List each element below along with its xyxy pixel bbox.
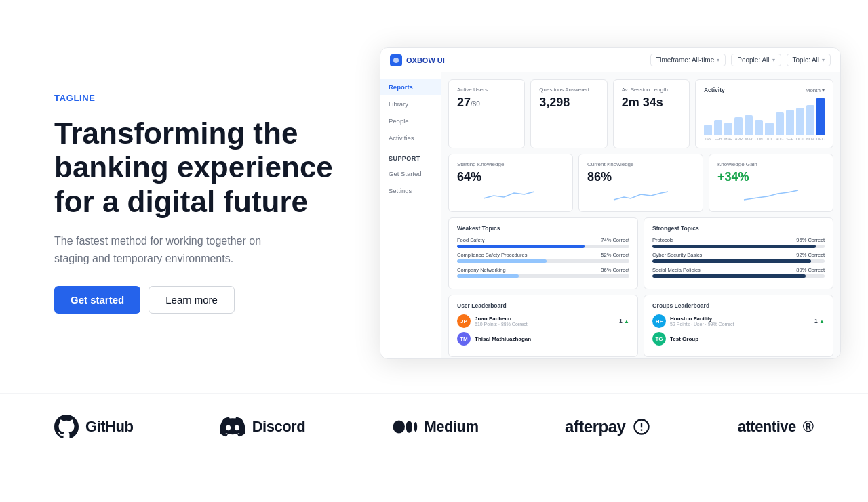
svg-point-1 [393,421,404,434]
chart-bar [816,98,825,135]
chevron-down-icon: ▾ [717,57,719,63]
discord-icon [220,414,245,440]
topic-pct: 95% Correct [796,237,825,243]
chart-label: OCT [796,137,804,141]
people-filter[interactable]: People: All ▾ [731,54,781,66]
bar-item-header: Protocols 95% Correct [652,237,825,243]
weakest-topics-title: Weakest Topics [457,225,629,232]
current-knowledge-chart [587,184,694,205]
tagline: TAGLINE [54,93,339,103]
dashboard-main: Reports Library People Activities Suppor… [380,72,840,358]
sidebar-item-people[interactable]: People [380,113,441,129]
chart-label: JUL [766,137,774,141]
lb-sub: 610 Points · 88% Correct [475,322,528,327]
starting-knowledge-label: Starting Knowledge [457,161,564,167]
topic-pct: 92% Correct [796,252,825,258]
learn-more-button[interactable]: Learn more [149,286,235,314]
chart-label: MAY [745,137,753,141]
chart-label: JUN [755,137,763,141]
sidebar-item-activities[interactable]: Activities [380,130,441,146]
chart-label: NOV [806,137,814,141]
list-item: JP Juan Pacheco 610 Points · 88% Correct… [457,314,629,328]
chart-label: DEC [816,137,825,141]
dashboard-content: Active Users 27/80 Questions Answered 3,… [441,72,840,358]
chart-bar [796,108,804,135]
github-logo: GitHub [54,415,133,439]
user-leaderboard-card: User Leaderboard JP Juan Pacheco 610 Poi… [448,295,638,357]
hero-left: TAGLINE Transforming the banking experie… [54,93,339,314]
sidebar-item-get-started[interactable]: Get Started [380,166,441,182]
medium-icon [392,414,418,440]
session-length-value: 2m 34s [622,96,681,110]
bar-fill [457,274,519,278]
discord-logo: Discord [220,414,305,440]
hero-right: OXBOW UI Timeframe: All-time ▾ People: A… [380,47,841,359]
github-label: GitHub [85,418,133,436]
lb-name: Thisal Mathiuazhagan [475,336,531,342]
starting-knowledge-chart [457,184,564,205]
strongest-topics-card: Strongest Topics Protocols 95% Correct [644,217,833,289]
chart-label: JAN [704,137,712,141]
logo-icon [390,54,402,66]
sidebar-item-library[interactable]: Library [380,96,441,112]
up-arrow-icon: ▲ [819,318,825,325]
sidebar-item-reports[interactable]: Reports [380,79,441,95]
chart-label: AUG [776,137,784,141]
starting-knowledge-card: Starting Knowledge 64% [448,154,573,212]
chart-bar [745,115,753,135]
attentive-logo: attentive® [738,418,814,436]
list-item: TM Thisal Mathiuazhagan [457,332,629,346]
active-users-card: Active Users 27/80 [448,79,525,148]
avatar: TG [652,332,666,346]
list-item: HF Houston Facility 52 Points · User · 9… [652,314,825,328]
bar-item: Company Networking 36% Correct [457,267,629,278]
sidebar-item-settings[interactable]: Settings [380,183,441,198]
weakest-topics-card: Weakest Topics Food Safety 74% Correct [448,217,638,289]
bar-item-header: Company Networking 36% Correct [457,267,629,273]
chart-bar [704,125,712,135]
medium-label: Medium [425,418,479,436]
attentive-label: attentive [738,418,796,436]
hero-section: TAGLINE Transforming the banking experie… [0,0,868,393]
hero-subtitle: The fastest method for working together … [54,232,285,267]
hero-title: Transforming the banking experience for … [54,117,339,219]
groups-leaderboard-card: Groups Leaderboard HF Houston Facility 5… [644,295,833,357]
chart-bar [724,123,732,135]
svg-point-2 [406,421,412,432]
chart-labels: JANFEBMARAPRMAYJUNJULAUGSEPOCTNOVDEC [704,137,825,141]
user-leaderboard-title: User Leaderboard [457,302,629,309]
activity-filter[interactable]: Month ▾ [806,87,825,93]
dashboard-logo: OXBOW UI [390,54,445,66]
bar-track [652,245,825,248]
chart-bar [755,120,763,135]
lb-sub: 52 Points · User · 99% Correct [670,322,734,327]
bar-item-header: Compliance Safety Procedures 52% Correct [457,252,629,258]
strongest-topics-title: Strongest Topics [652,225,825,232]
bar-fill [652,259,811,263]
lb-name: Test Group [670,336,698,342]
dashboard-sidebar: Reports Library People Activities Suppor… [380,72,441,358]
afterpay-logo: afterpay [565,417,651,436]
current-knowledge-card: Current Knowledge 86% [578,154,703,212]
current-knowledge-label: Current Knowledge [587,161,694,167]
topic-name: Compliance Safety Procedures [457,252,527,258]
avatar: TM [457,332,471,346]
bar-track [457,245,629,248]
chart-bar [734,117,743,135]
bar-fill [457,259,547,263]
session-length-label: Av. Session Length [622,87,681,93]
topic-filter[interactable]: Topic: All ▾ [787,54,831,66]
get-started-button[interactable]: Get started [54,286,140,314]
chart-bar [714,120,722,135]
active-users-label: Active Users [457,87,516,93]
bar-track [652,274,825,278]
timeframe-filter[interactable]: Timeframe: All-time ▾ [650,54,726,66]
bar-fill [652,274,806,278]
active-users-value: 27/80 [457,96,516,110]
lb-name: Juan Pacheco [475,316,528,322]
avatar: HF [652,314,666,328]
github-icon [54,415,79,439]
topic-name: Food Safety [457,237,484,243]
bar-item: Social Media Policies 89% Correct [652,267,825,278]
bar-item-header: Social Media Policies 89% Correct [652,267,825,273]
